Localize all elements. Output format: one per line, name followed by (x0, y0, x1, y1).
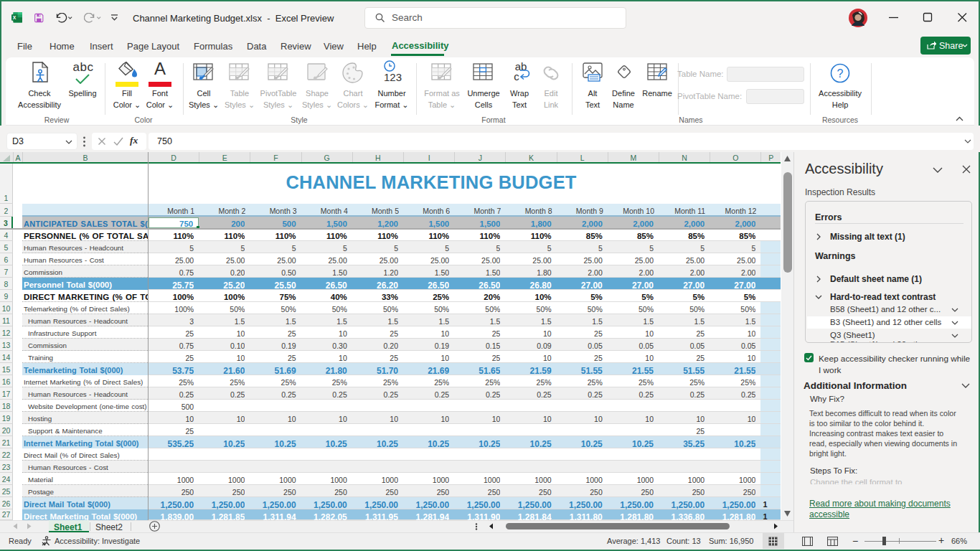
svg-text:123: 123 (384, 71, 402, 83)
svg-text:?: ? (837, 67, 844, 80)
svg-text:X: X (13, 15, 17, 20)
